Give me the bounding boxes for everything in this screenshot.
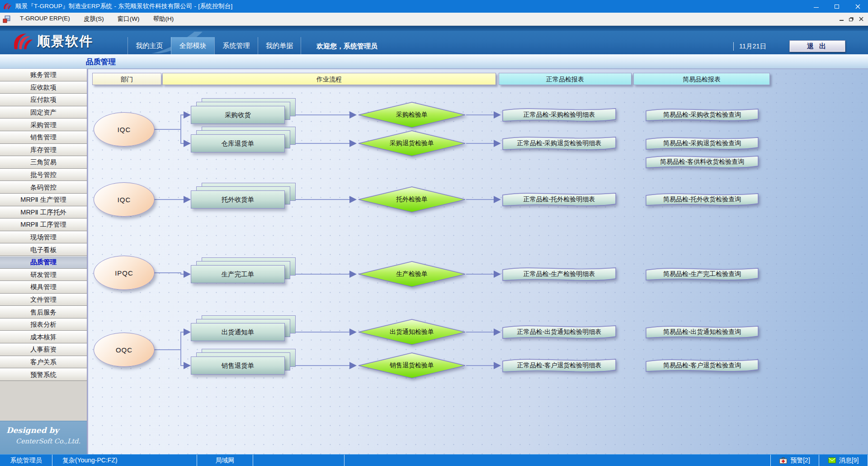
header-tabs: 我的主页全部模块系统管理我的单据 [127, 37, 301, 54]
menu-item-2[interactable]: 窗口(W) [113, 13, 145, 25]
sidebar-item-文件管理[interactable]: 文件管理 [0, 294, 87, 306]
alerts-button[interactable]: 预警[2] [770, 455, 819, 466]
diamond-node-采购退货检验单[interactable]: 采购退货检验单 [358, 130, 466, 157]
brand-logo: 顺景软件 [12, 32, 93, 51]
sidebar-item-报表分析[interactable]: 报表分析 [0, 319, 87, 331]
mdi-restore-button[interactable] [846, 14, 856, 24]
sidebar-item-应收款项[interactable]: 应收款项 [0, 81, 87, 94]
mdi-window-controls [836, 14, 866, 24]
query-node-简易品检-客户退货检验查询[interactable]: 简易品检-客户退货检验查询 [645, 357, 759, 374]
envelope-icon [828, 457, 836, 463]
sidebar-item-售后服务[interactable]: 售后服务 [0, 306, 87, 319]
status-network: 局域网 [197, 455, 253, 466]
sidebar-item-研发管理[interactable]: 研发管理 [0, 269, 87, 281]
status-user: 系统管理员 [0, 455, 52, 466]
menu-item-3[interactable]: 帮助(H) [148, 13, 179, 25]
title-bar: 顺景『T-GROUP』制造业ERP系统 - 东莞顺景软件科技有限公司 - [系统… [0, 0, 868, 13]
sidebar-item-人事薪资[interactable]: 人事薪资 [0, 343, 87, 356]
sidebar-item-品质管理[interactable]: 品质管理 [0, 256, 87, 269]
sidebar-item-采购管理[interactable]: 采购管理 [0, 119, 87, 131]
query-node-简易品检-生产完工检验查询[interactable]: 简易品检-生产完工检验查询 [645, 266, 759, 282]
minimize-icon [814, 7, 819, 8]
process-node-采购收货[interactable]: 采购收货 [191, 106, 285, 124]
menu-item-1[interactable]: 皮肤(S) [79, 13, 109, 25]
restore-icon [849, 18, 853, 21]
query-node-简易品检-托外收货检验查询[interactable]: 简易品检-托外收货检验查询 [645, 191, 759, 208]
tab-我的单据[interactable]: 我的单据 [258, 37, 301, 54]
maximize-button[interactable] [826, 0, 847, 13]
sidebar-item-账务管理[interactable]: 账务管理 [0, 69, 87, 81]
sidebar-item-客户关系[interactable]: 客户关系 [0, 356, 87, 369]
messages-button[interactable]: 消息[9] [819, 455, 868, 466]
menu-items: T-GROUP ERP(E)皮肤(S)窗口(W)帮助(H) [15, 13, 182, 25]
query-node-简易品检-采购退货检验查询[interactable]: 简易品检-采购退货检验查询 [645, 135, 759, 152]
sidebar-item-模具管理[interactable]: 模具管理 [0, 281, 87, 294]
sidebar-item-MRPⅡ 生产管理[interactable]: MRPⅡ 生产管理 [0, 194, 87, 206]
department-ellipse-oqc-3: OQC [94, 333, 155, 367]
menu-bar: T-GROUP ERP(E)皮肤(S)窗口(W)帮助(H) [0, 13, 868, 26]
mdi-minimize-button[interactable] [836, 14, 846, 24]
shunjing-logo-icon [12, 32, 33, 51]
diamond-node-采购检验单[interactable]: 采购检验单 [358, 102, 466, 128]
sidebar-item-MRPⅡ 工序托外[interactable]: MRPⅡ 工序托外 [0, 206, 87, 219]
diamond-node-托外检验单[interactable]: 托外检验单 [358, 186, 466, 213]
query-node-简易品检-客供料收货检验查询[interactable]: 简易品检-客供料收货检验查询 [645, 154, 759, 170]
exit-button[interactable]: 退 出 [789, 40, 845, 52]
tab-我的主页[interactable]: 我的主页 [127, 37, 171, 54]
tab-系统管理[interactable]: 系统管理 [214, 37, 258, 54]
designed-by-panel: Designed by CenterSoft Co.,Ltd. [0, 421, 87, 454]
sidebar-item-应付款项[interactable]: 应付款项 [0, 94, 87, 106]
close-icon [859, 17, 863, 21]
mdi-close-button[interactable] [856, 14, 866, 24]
process-node-托外收货单[interactable]: 托外收货单 [191, 190, 285, 209]
report-node-正常品检-出货通知检验明细表[interactable]: 正常品检-出货通知检验明细表 [502, 323, 617, 341]
designed-by-text: Designed by [6, 426, 80, 435]
date-text: 11月21日 [733, 42, 766, 51]
sidebar-item-MRPⅡ 工序管理[interactable]: MRPⅡ 工序管理 [0, 219, 87, 231]
sidebar-item-三角贸易[interactable]: 三角贸易 [0, 156, 87, 169]
sidebar-item-现场管理[interactable]: 现场管理 [0, 231, 87, 244]
report-node-正常品检-托外检验明细表[interactable]: 正常品检-托外检验明细表 [502, 191, 617, 208]
sidebar-item-固定资产[interactable]: 固定资产 [0, 106, 87, 119]
welcome-text: 欢迎您，系统管理员 [316, 42, 377, 51]
diamond-node-出货通知检验单[interactable]: 出货通知检验单 [358, 319, 466, 345]
report-node-正常品检-生产检验明细表[interactable]: 正常品检-生产检验明细表 [502, 266, 617, 283]
designed-by-company: CenterSoft Co.,Ltd. [6, 437, 80, 445]
tab-全部模块[interactable]: 全部模块 [171, 37, 214, 54]
diamond-node-销售退货检验单[interactable]: 销售退货检验单 [358, 352, 466, 379]
report-node-正常品检-采购检验明细表[interactable]: 正常品检-采购检验明细表 [502, 106, 617, 124]
diamond-node-生产检验单[interactable]: 生产检验单 [358, 261, 466, 287]
status-bar: 系统管理员 复杂(Young-PC:FZ) 局域网 预警[2] 消息[9] [0, 454, 868, 466]
process-node-仓库退货单[interactable]: 仓库退货单 [191, 134, 285, 152]
sidebar-item-批号管控[interactable]: 批号管控 [0, 169, 87, 181]
sidebar-item-条码管控[interactable]: 条码管控 [0, 181, 87, 194]
flowchart-panel: 部门作业流程正常品检报表简易品检报表IQCIQCIPQCOQC采购收货仓库退货单… [87, 69, 868, 454]
form-icon [3, 15, 10, 23]
process-node-出货通知单[interactable]: 出货通知单 [191, 323, 285, 341]
sidebar-item-预警系统[interactable]: 预警系统 [0, 368, 87, 381]
status-spacer [344, 455, 770, 466]
sidebar-item-成本核算[interactable]: 成本核算 [0, 331, 87, 343]
status-machine: 复杂(Young-PC:FZ) [52, 455, 197, 466]
header-top-strip [0, 26, 868, 31]
query-node-简易品检-出货通知检验查询[interactable]: 简易品检-出货通知检验查询 [645, 324, 759, 340]
process-node-生产完工单[interactable]: 生产完工单 [191, 265, 285, 283]
lane-header-简易品检报表: 简易品检报表 [633, 73, 770, 85]
sidebar-empty-area [0, 381, 87, 421]
query-node-简易品检-采购收货检验查询[interactable]: 简易品检-采购收货检验查询 [645, 107, 759, 123]
window-title: 顺景『T-GROUP』制造业ERP系统 - 东莞顺景软件科技有限公司 - [系统… [15, 2, 233, 10]
close-button[interactable] [847, 0, 868, 13]
process-node-销售退货单[interactable]: 销售退货单 [191, 357, 285, 375]
report-node-正常品检-采购退货检验明细表[interactable]: 正常品检-采购退货检验明细表 [502, 135, 617, 152]
sidebar-item-销售管理[interactable]: 销售管理 [0, 131, 87, 144]
maximize-icon [835, 5, 839, 9]
sidebar-item-电子看板[interactable]: 电子看板 [0, 243, 87, 256]
brand-name: 顺景软件 [37, 33, 93, 51]
lane-header-作业流程: 作业流程 [162, 73, 496, 85]
sidebar-item-库存管理[interactable]: 库存管理 [0, 144, 87, 157]
menu-item-0[interactable]: T-GROUP ERP(E) [15, 13, 75, 25]
report-node-正常品检-客户退货检验明细表[interactable]: 正常品检-客户退货检验明细表 [502, 357, 617, 374]
department-ellipse-iqc-0: IQC [94, 112, 155, 147]
lane-header-部门: 部门 [92, 73, 161, 85]
minimize-button[interactable] [806, 0, 826, 13]
